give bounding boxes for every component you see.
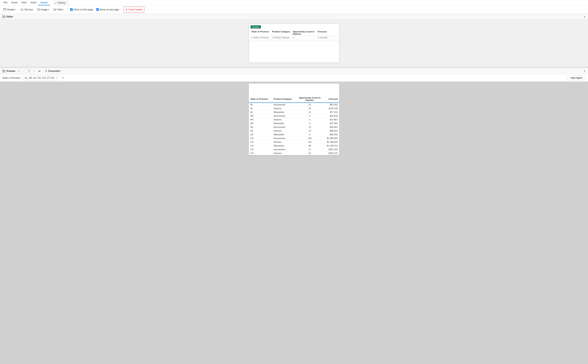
- cell-product-val: Devices: [272, 107, 296, 110]
- cell-forecast-val: $58,815: [324, 129, 339, 133]
- cell-count-val: 2: [296, 122, 324, 125]
- editor-collapse-arrow[interactable]: ▲: [584, 15, 586, 18]
- cell-state-val: AL: [249, 110, 272, 114]
- menu-item-file[interactable]: File: [2, 0, 9, 5]
- header-region[interactable]: Header State or Province Product Categor…: [249, 24, 339, 41]
- toolbar-insert-group: Header ▾ A Text box Image ▾: [2, 7, 66, 13]
- menu-tab-header[interactable]: Header: [38, 0, 50, 5]
- cell-forecast-val: $90,456: [324, 133, 339, 136]
- parameters-icon: [45, 70, 47, 72]
- menu-item-home[interactable]: Home: [9, 0, 20, 5]
- cell-forecast-val: $37,550: [324, 122, 339, 125]
- canvas-header-row: State or Province Product Category Oppor…: [251, 30, 337, 36]
- body-region: [249, 41, 339, 61]
- preview-pane: State or Province Product Category Oppor…: [0, 82, 588, 364]
- cell-product-val: Warranties: [272, 133, 296, 136]
- col-header-product: Product Category: [271, 30, 292, 36]
- cell-product-val: Accessories: [272, 136, 296, 140]
- cell-state-val: AR: [249, 118, 272, 122]
- preview-collapse-arrow[interactable]: ▼: [584, 70, 586, 72]
- svg-text:A: A: [21, 9, 22, 10]
- preview-title-group: Preview: [2, 70, 15, 72]
- editing-mode-badge[interactable]: Editing ▾: [53, 1, 68, 5]
- parameters-row: State or Province AL, AR, AZ, CA, CO, CT…: [0, 74, 588, 82]
- menu-item-insert[interactable]: Insert: [28, 0, 38, 5]
- cell-forecast-val: $201,016: [324, 148, 339, 151]
- textbox-icon: A: [21, 8, 23, 11]
- parameters-button[interactable]: Parameters: [43, 69, 62, 73]
- cell-state-val: AL: [249, 107, 272, 110]
- param-dropdown-arrow: ▾: [56, 77, 57, 79]
- editor-section-header: Preview Editor ▲: [0, 14, 588, 20]
- cell-count-val: 88: [296, 144, 324, 148]
- svg-point-19: [46, 70, 46, 71]
- table-row: AZ Accessories 15 $58,364: [249, 125, 339, 129]
- cell-product: ⊞ Product Category: [271, 36, 292, 39]
- editing-dropdown-arrow: ▾: [66, 2, 67, 4]
- cell-state: ⊞ State or Province: [251, 36, 271, 39]
- cell-count-val: 2: [296, 114, 324, 118]
- cell-state-val: CA: [249, 140, 272, 144]
- cell-count-val: 153: [296, 136, 324, 140]
- prev-page-btn[interactable]: ‹: [22, 69, 25, 73]
- toolbar-sep-1: [67, 7, 67, 12]
- header-button[interactable]: Header ▾: [2, 7, 18, 13]
- cell-state-val: AZ: [249, 129, 272, 133]
- param-clear-button[interactable]: ✕: [61, 76, 64, 80]
- svg-rect-1: [4, 8, 6, 11]
- cell-count-val: 5: [296, 118, 324, 122]
- cell-state-val: CO: [249, 148, 272, 151]
- image-icon: [37, 8, 40, 11]
- table-row: AR Devices 5 $14,907: [249, 118, 339, 122]
- field-button[interactable]: Field ▾: [52, 7, 66, 13]
- svg-rect-13: [4, 17, 5, 18]
- menu-item-view[interactable]: View: [20, 0, 28, 5]
- col-header-forecast: Forecast: [317, 30, 337, 36]
- close-header-button[interactable]: Close header: [124, 7, 144, 13]
- show-first-page-checkbox[interactable]: [70, 8, 73, 11]
- cell-product-val: Accessories: [272, 148, 296, 151]
- next-page-btn[interactable]: ›: [33, 69, 36, 73]
- cell-forecast-val: $155,123: [324, 151, 339, 155]
- textbox-button[interactable]: A Text box: [19, 7, 35, 13]
- image-button[interactable]: Image ▾: [36, 7, 51, 13]
- first-page-btn[interactable]: ⏮: [17, 69, 21, 73]
- cell-count-val: 12: [296, 151, 324, 155]
- show-last-page-label[interactable]: Show on last page: [95, 7, 120, 12]
- param-state-value: AL, AR, AZ, CA, CO, CT, DC: [25, 77, 54, 79]
- editor-title-group: Preview Editor: [2, 15, 13, 18]
- cell-product-val: Warranties: [272, 144, 296, 148]
- table-row: AR Warranties 2 $37,550: [249, 122, 339, 125]
- svg-point-21: [46, 71, 47, 72]
- image-dropdown-arrow: ▾: [48, 9, 49, 11]
- page-number-input[interactable]: [26, 69, 32, 73]
- cell-forecast: ⊞ Forecast: [317, 36, 337, 39]
- close-icon: [125, 8, 128, 11]
- cell-state-val: AZ: [249, 125, 272, 129]
- field-dropdown-arrow: ▾: [63, 9, 64, 11]
- field-icon: [53, 8, 56, 11]
- svg-rect-17: [4, 71, 5, 72]
- last-page-btn[interactable]: ⏭: [38, 69, 41, 73]
- preview-title: Preview: [6, 70, 15, 72]
- svg-rect-6: [54, 9, 55, 10]
- preview-table-head: State or Province Product Category Oppor…: [249, 95, 339, 103]
- table-row: CO Accessories 17 $201,016: [249, 148, 339, 151]
- view-report-button[interactable]: View report: [567, 76, 586, 80]
- header-icon: [3, 8, 6, 11]
- preview-table: State or Province Product Category Oppor…: [249, 95, 339, 155]
- table-row: AL Warranties 13 $77,673: [249, 110, 339, 114]
- preview-report: State or Province Product Category Oppor…: [249, 84, 339, 155]
- param-state-dropdown[interactable]: AL, AR, AZ, CA, CO, CT, DC ▾: [23, 75, 59, 80]
- report-canvas: Header State or Province Product Categor…: [249, 24, 339, 63]
- th-state: State or Province: [249, 95, 272, 103]
- cell-product-val: Warranties: [272, 110, 296, 114]
- show-first-page-label[interactable]: Show on first page: [69, 7, 94, 12]
- preview-grid-icon: [2, 70, 5, 72]
- svg-rect-12: [3, 17, 4, 18]
- cell-product-val: Devices: [272, 129, 296, 133]
- svg-rect-10: [3, 15, 4, 17]
- cell-count-val: 17: [296, 148, 324, 151]
- show-last-page-checkbox[interactable]: [96, 8, 99, 11]
- preview-table-header-row: State or Province Product Category Oppor…: [249, 95, 339, 103]
